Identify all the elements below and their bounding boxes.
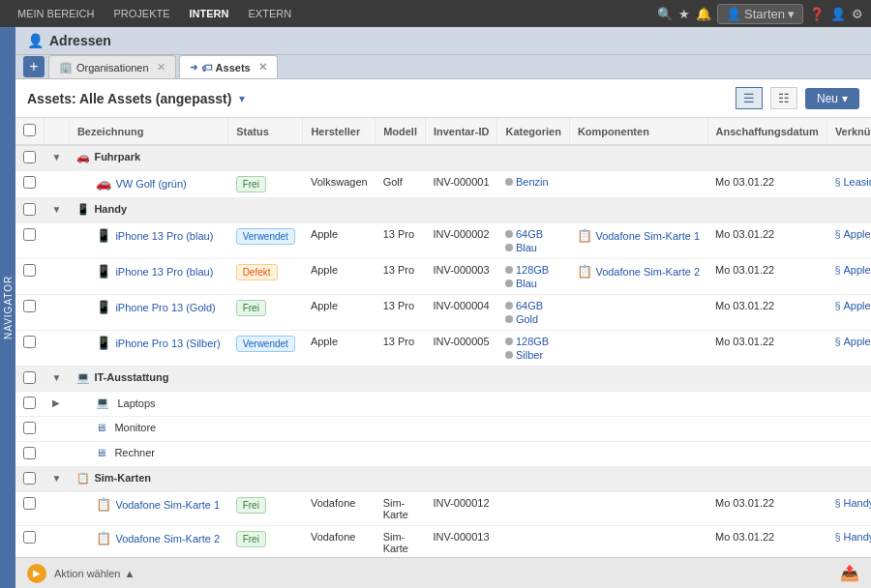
tab-assets-close[interactable]: ✕ <box>258 61 267 74</box>
view-filter-button[interactable]: ☰ <box>736 87 763 109</box>
row-checkbox[interactable] <box>23 176 36 189</box>
nav-mein-bereich[interactable]: MEIN BEREICH <box>8 0 104 27</box>
item-name[interactable]: 📱iPhone Pro 13 (Gold) <box>76 300 220 314</box>
new-arrow: ▾ <box>842 92 848 105</box>
nav-intern[interactable]: INTERN <box>180 0 239 27</box>
title-dropdown[interactable]: ▾ <box>239 92 245 105</box>
group-icon: 🚗 <box>76 151 90 162</box>
add-tab-button[interactable]: + <box>23 56 45 77</box>
kategorie-item: Blau <box>505 242 561 253</box>
nav-extern[interactable]: EXTERN <box>239 0 302 27</box>
datum-cell: Mo 03.01.22 <box>707 171 826 198</box>
kategorien-cell: 64GBBlau <box>497 223 569 259</box>
modell-cell: 13 Pro <box>375 295 426 331</box>
kategorie-item: Gold <box>505 313 561 325</box>
group-icon: 📱 <box>76 203 90 215</box>
tab-assets[interactable]: ➜ 🏷 Assets ✕ <box>179 55 278 78</box>
group-name: 📋Sim-Karten <box>69 467 871 492</box>
group-header-row: ▼📱Handy <box>15 198 871 223</box>
bell-icon[interactable]: 🔔 <box>696 7 711 21</box>
table-header-row: Bezeichnung Status Hersteller Modell Inv… <box>15 118 871 145</box>
tab-organisationen[interactable]: 🏢 Organisationen ✕ <box>48 55 176 78</box>
item-name[interactable]: 🚗VW Golf (grün) <box>76 176 220 191</box>
subgroup-expand-icon[interactable]: ▶ <box>45 392 70 417</box>
row-checkbox[interactable] <box>23 300 36 312</box>
header-hersteller[interactable]: Hersteller <box>303 118 375 145</box>
select-all-checkbox[interactable] <box>23 124 36 136</box>
row-checkbox[interactable] <box>23 228 36 241</box>
row-checkbox[interactable] <box>23 151 36 163</box>
vertrag-cell: §Apple Care <box>826 259 871 295</box>
contract-link[interactable]: §Handyvertrag <box>834 531 871 543</box>
row-checkbox[interactable] <box>23 531 36 544</box>
status-cell: Verwendet <box>228 331 303 367</box>
header-checkbox[interactable] <box>15 118 45 145</box>
group-expand-icon[interactable]: ▼ <box>45 198 70 223</box>
header-status[interactable]: Status <box>228 118 303 145</box>
row-checkbox[interactable] <box>23 397 36 409</box>
header-vertraege[interactable]: Verknüpfte Verträge <box>826 118 871 145</box>
item-name[interactable]: 📱iPhone 13 Pro (blau) <box>76 264 220 279</box>
group-expand-icon[interactable]: ▼ <box>45 145 70 171</box>
subgroup-header-row: ▶💻Laptops <box>15 392 871 417</box>
contract-link[interactable]: §Apple Care <box>834 300 871 311</box>
start-button[interactable]: 👤 Starten ▾ <box>717 4 803 24</box>
help-icon[interactable]: ❓ <box>809 7 825 21</box>
settings-icon[interactable]: ⚙ <box>852 7 863 21</box>
group-expand-icon[interactable]: ▼ <box>45 467 70 492</box>
item-name[interactable]: 📱iPhone 13 Pro (blau) <box>76 228 220 243</box>
assets-icon: 🏷 <box>201 62 212 74</box>
row-checkbox[interactable] <box>23 422 36 434</box>
kategorie-item: 64GB <box>505 228 561 240</box>
nav-projekte[interactable]: PROJEKTE <box>104 0 179 27</box>
header-datum[interactable]: Anschaffungsdatum <box>707 118 826 145</box>
view-list-button[interactable]: ☷ <box>770 87 797 109</box>
row-checkbox[interactable] <box>23 336 36 348</box>
item-name[interactable]: 📋Vodafone Sim-Karte 2 <box>76 531 220 545</box>
header-modell[interactable]: Modell <box>375 118 426 145</box>
profile-icon[interactable]: 👤 <box>830 7 846 21</box>
group-name: 📱Handy <box>69 198 871 223</box>
subgroup-expand-icon[interactable] <box>45 417 70 442</box>
new-button[interactable]: Neu ▾ <box>805 88 859 109</box>
group-icon: 💻 <box>76 371 90 383</box>
group-expand-icon[interactable]: ▼ <box>45 367 70 392</box>
komponente-item[interactable]: 📋Vodafone Sim-Karte 1 <box>577 228 700 243</box>
header-bezeichnung[interactable]: Bezeichnung <box>69 118 227 145</box>
subgroup-expand-icon[interactable] <box>45 442 70 467</box>
item-name[interactable]: 📋Vodafone Sim-Karte 1 <box>76 497 220 512</box>
start-arrow: ▾ <box>788 7 795 21</box>
search-icon[interactable]: 🔍 <box>657 7 673 21</box>
header-inventar[interactable]: Inventar-ID <box>425 118 496 145</box>
contract-link[interactable]: §Apple Care <box>834 228 871 240</box>
action-select[interactable]: Aktion wählen ▲ <box>54 568 135 579</box>
header-kategorien[interactable]: Kategorien <box>497 118 569 145</box>
subgroup-label: Laptops <box>117 397 155 409</box>
row-checkbox[interactable] <box>23 497 36 510</box>
tab-org-close[interactable]: ✕ <box>157 61 165 74</box>
contract-link[interactable]: §Apple Care <box>834 336 871 347</box>
row-checkbox[interactable] <box>23 264 36 277</box>
status-badge: Verwendet <box>236 228 295 245</box>
user-icon: 👤 <box>726 7 741 21</box>
export-icon[interactable]: 📤 <box>840 564 859 582</box>
row-checkbox[interactable] <box>23 447 36 459</box>
row-checkbox[interactable] <box>23 203 36 216</box>
status-cell: Verwendet <box>228 223 303 259</box>
row-checkbox[interactable] <box>23 371 36 384</box>
row-checkbox[interactable] <box>23 472 36 485</box>
datum-cell: Mo 03.01.22 <box>707 259 826 295</box>
kategorie-dot <box>505 338 513 345</box>
komponenten-cell: 📋Vodafone Sim-Karte 1 <box>569 223 707 259</box>
group-header-row: ▼📋Sim-Karten <box>15 467 871 492</box>
contract-icon: § <box>834 497 840 509</box>
kategorien-cell: 64GBGold <box>497 295 569 331</box>
komponente-item[interactable]: 📋Vodafone Sim-Karte 2 <box>577 264 700 279</box>
header-komponenten[interactable]: Komponenten <box>569 118 707 145</box>
contract-link[interactable]: §Apple Care <box>834 264 871 276</box>
contract-link[interactable]: §Leasingvertrag <box>834 176 871 188</box>
item-name[interactable]: 📱iPhone Pro 13 (Silber) <box>76 336 220 350</box>
star-icon[interactable]: ★ <box>678 7 690 21</box>
contract-link[interactable]: §Handyvertrag <box>834 497 871 509</box>
item-icon: 📋 <box>96 497 111 512</box>
